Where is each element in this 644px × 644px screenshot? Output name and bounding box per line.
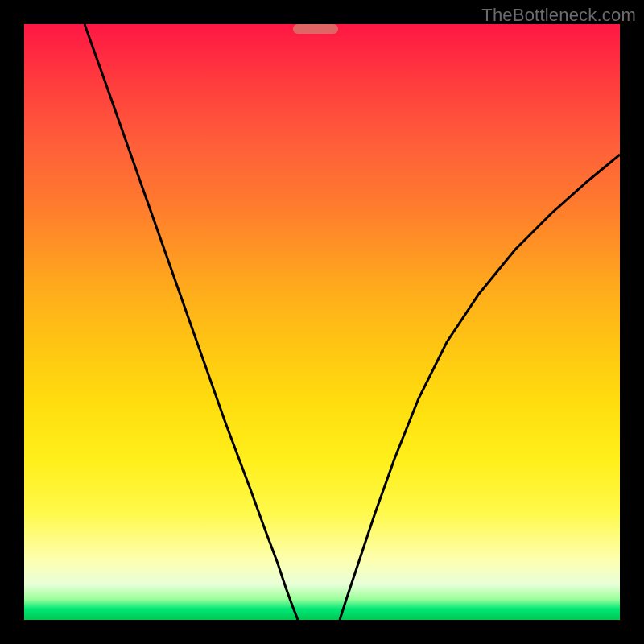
curve-layer	[24, 24, 620, 620]
watermark-text: TheBottleneck.com	[481, 5, 636, 26]
min-marker	[293, 24, 338, 34]
curve-left	[85, 24, 298, 620]
outer-frame: TheBottleneck.com	[0, 0, 644, 644]
plot-area	[24, 24, 620, 620]
curve-right	[340, 155, 620, 620]
